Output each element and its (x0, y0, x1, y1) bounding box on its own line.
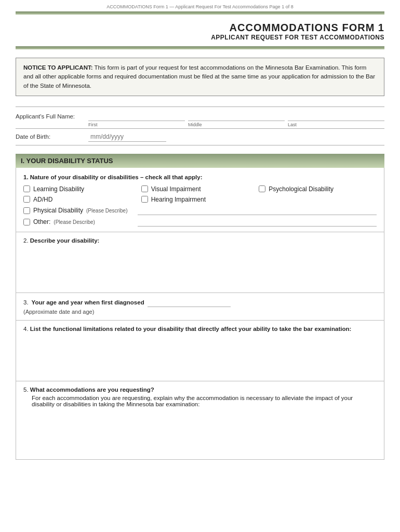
first-name-group: First (88, 111, 185, 127)
page-header: ACCOMMODATIONS Form 1 — Applicant Reques… (0, 0, 400, 11)
first-sublabel: First (88, 122, 185, 127)
q2-textarea[interactable] (23, 247, 377, 286)
section1-header: I. YOUR DISABILITY STATUS (16, 154, 384, 168)
cb-learning-input[interactable] (23, 185, 30, 192)
last-sublabel: Last (288, 122, 384, 127)
cb-visual-label: Visual Impairment (151, 185, 201, 193)
checkbox-row2: AD/HD Hearing Impairment (23, 196, 377, 203)
q3-sub-note: (Approximate date and age) (23, 309, 377, 315)
page-header-text: ACCOMMODATIONS Form 1 — Applicant Reques… (106, 4, 293, 9)
cb-visual: Visual Impairment (141, 185, 259, 193)
q3-block: 3. Your age and year when first diagnose… (16, 293, 384, 321)
title-section: ACCOMMODATIONS FORM 1 APPLICANT REQUEST … (0, 15, 400, 46)
q3-label-row: 3. Your age and year when first diagnose… (23, 298, 377, 307)
cb-adhd-label: AD/HD (33, 196, 52, 203)
cb-psych: Psychological Disability (259, 185, 377, 193)
physical-describe-input[interactable] (138, 206, 377, 215)
notice-bold: NOTICE TO APPLICANT: (23, 64, 93, 71)
last-name-group: Last (288, 111, 384, 127)
q1-block: 1. Nature of your disability or disabili… (16, 168, 384, 232)
cb-hearing: Hearing Impairment (141, 196, 259, 203)
dob-label: Date of Birth: (16, 134, 88, 140)
last-name-input[interactable] (288, 111, 384, 121)
cb-psych-input[interactable] (259, 185, 265, 192)
other-describe-note: (Please Describe) (54, 219, 95, 225)
bottom-green-bar (16, 46, 384, 49)
cb-physical-input[interactable] (23, 207, 30, 214)
cb-learning: Learning Disability (23, 185, 141, 193)
cb-adhd-input[interactable] (23, 196, 30, 203)
form-subtitle: APPLICANT REQUEST FOR TEST ACCOMMODATION… (16, 34, 384, 41)
other-row: Other: (Please Describe) (23, 218, 377, 227)
dob-row: Date of Birth: (16, 128, 384, 145)
cb-psych-label: Psychological Disability (269, 185, 334, 193)
physical-row: Physical Disability (Please Describe) (23, 206, 377, 215)
name-label: Applicant's Full Name: (16, 111, 88, 119)
form-title: ACCOMMODATIONS FORM 1 (16, 22, 384, 34)
q1-label: 1. Nature of your disability or disabili… (23, 174, 377, 180)
q3-number: 3. (23, 299, 29, 305)
name-row: Applicant's Full Name: First Middle Last (16, 107, 384, 128)
section1-title: I. YOUR DISABILITY STATUS (21, 157, 379, 165)
cb-learning-label: Learning Disability (33, 185, 84, 193)
q2-block: 2. Describe your disability: (16, 232, 384, 293)
applicant-name-section: Applicant's Full Name: First Middle Last… (16, 107, 384, 145)
cb-other-group: Other: (Please Describe) (23, 218, 138, 225)
cb-hearing-input[interactable] (141, 196, 148, 203)
q5-body: For each accommodation you are requestin… (23, 395, 377, 407)
cb-physical-label: Physical Disability (33, 207, 83, 214)
q5-label: 5. What accommodations are you requestin… (23, 387, 377, 393)
middle-name-group: Middle (188, 111, 285, 127)
physical-describe-note: (Please Describe) (86, 208, 127, 214)
q4-label: 4. List the functional limitations relat… (23, 326, 377, 332)
notice-box: NOTICE TO APPLICANT: This form is part o… (16, 58, 384, 96)
middle-sublabel: Middle (188, 122, 285, 127)
dob-input[interactable] (88, 132, 166, 142)
cb-adhd: AD/HD (23, 196, 141, 203)
cb-physical-group: Physical Disability (Please Describe) (23, 207, 138, 214)
cb-other-input[interactable] (23, 219, 30, 225)
q4-textarea[interactable] (23, 335, 377, 374)
cb-visual-input[interactable] (141, 185, 148, 192)
q5-textarea[interactable] (23, 410, 377, 449)
name-fields: First Middle Last (88, 111, 384, 127)
first-name-input[interactable] (88, 111, 185, 121)
cb-hearing-label: Hearing Impairment (151, 196, 206, 203)
other-describe-input[interactable] (138, 218, 377, 227)
q4-block: 4. List the functional limitations relat… (16, 321, 384, 381)
q3-input[interactable] (148, 298, 231, 307)
checkbox-row1: Learning Disability Visual Impairment Ps… (23, 185, 377, 193)
cb-other-label: Other: (33, 218, 50, 225)
middle-name-input[interactable] (188, 111, 285, 121)
q2-label: 2. Describe your disability: (23, 237, 377, 244)
q5-block: 5. What accommodations are you requestin… (16, 381, 384, 460)
